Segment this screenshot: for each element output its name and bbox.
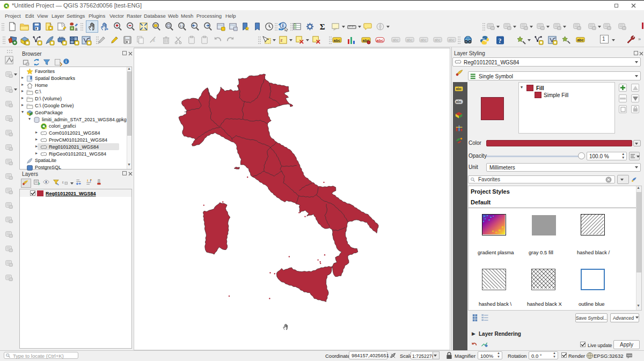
svg-text:Σ: Σ <box>320 22 325 31</box>
svg-text:?: ? <box>499 37 502 45</box>
svg-text:abc: abc <box>434 38 441 42</box>
svg-text:abc: abc <box>334 38 341 43</box>
svg-text:x: x <box>153 38 156 43</box>
svg-text:i: i <box>65 60 67 64</box>
svg-text:1:1: 1:1 <box>180 24 184 27</box>
svg-text:ε: ε <box>281 38 283 43</box>
svg-text:abc: abc <box>456 87 462 91</box>
svg-text:abc: abc <box>448 38 455 42</box>
svg-text:abc: abc <box>420 38 427 42</box>
svg-text:abc: abc <box>456 100 462 104</box>
svg-text:abc: abc <box>392 38 399 42</box>
svg-text:abc: abc <box>577 38 583 42</box>
svg-text:ε: ε <box>62 180 64 185</box>
svg-text:a: a <box>75 26 77 32</box>
svg-text:i: i <box>282 23 284 28</box>
svg-text:abc: abc <box>406 38 413 42</box>
svg-text:abc: abc <box>377 38 384 43</box>
